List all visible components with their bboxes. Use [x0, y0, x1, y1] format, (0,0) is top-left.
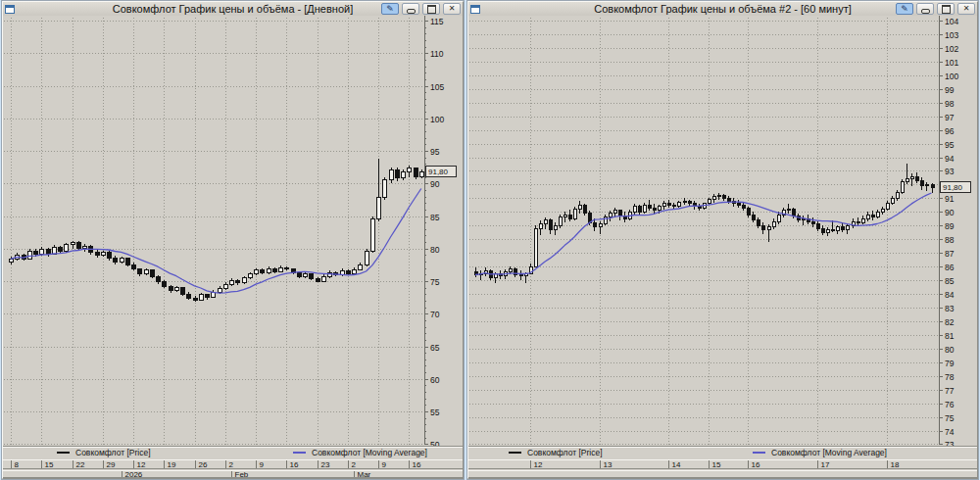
- link-tool-button[interactable]: ✎: [896, 3, 913, 15]
- svg-text:15: 15: [45, 460, 54, 469]
- svg-text:Feb: Feb: [235, 470, 249, 479]
- price-series-dash: [509, 452, 521, 454]
- ma-series-label: Совкомфлот [Moving Average]: [771, 447, 887, 458]
- chart-window-60min: Совкомфлот График цены и объёма #2 - [60…: [467, 1, 978, 479]
- svg-text:90: 90: [430, 179, 440, 189]
- svg-text:82: 82: [945, 317, 955, 327]
- svg-text:16: 16: [290, 460, 299, 469]
- svg-text:75: 75: [945, 413, 955, 423]
- svg-text:70: 70: [430, 310, 440, 319]
- svg-text:115: 115: [430, 17, 444, 26]
- svg-text:77: 77: [945, 386, 955, 396]
- ma-series-dash: [293, 452, 306, 454]
- minimize-icon: [921, 9, 930, 14]
- pen-icon: ✎: [901, 5, 908, 14]
- svg-text:87: 87: [945, 249, 955, 259]
- close-icon: ✕: [449, 5, 456, 13]
- svg-text:19: 19: [168, 460, 176, 469]
- svg-text:93: 93: [945, 167, 955, 176]
- svg-text:95: 95: [430, 147, 440, 157]
- svg-text:100: 100: [430, 115, 444, 124]
- titlebar-60min[interactable]: Совкомфлот График цены и объёма #2 - [60…: [468, 2, 977, 17]
- svg-text:91,80: 91,80: [428, 168, 449, 176]
- price-series-label: Совкомфлот [Price]: [527, 447, 603, 458]
- restore-button[interactable]: [937, 3, 955, 15]
- ma-series-dash: [753, 452, 765, 454]
- titlebar-daily[interactable]: Совкомфлот График цены и объёма - [Дневн…: [3, 2, 463, 17]
- svg-text:65: 65: [430, 343, 440, 353]
- svg-text:8: 8: [15, 460, 20, 469]
- svg-text:105: 105: [430, 82, 444, 92]
- svg-text:17: 17: [821, 460, 830, 469]
- svg-text:74: 74: [945, 427, 955, 437]
- window-icon: [470, 5, 480, 14]
- svg-text:97: 97: [945, 113, 955, 122]
- svg-text:60: 60: [430, 375, 440, 385]
- restore-button[interactable]: [422, 3, 440, 15]
- svg-text:80: 80: [945, 345, 955, 355]
- svg-text:96: 96: [945, 126, 955, 136]
- svg-text:98: 98: [945, 99, 955, 109]
- svg-text:102: 102: [945, 44, 958, 54]
- svg-text:22: 22: [76, 460, 85, 469]
- svg-text:91: 91: [945, 194, 955, 204]
- svg-text:12: 12: [137, 460, 146, 469]
- price-series-dash: [57, 452, 70, 454]
- link-tool-button[interactable]: ✎: [381, 3, 399, 15]
- restore-icon: [942, 5, 951, 14]
- svg-text:13: 13: [604, 460, 612, 469]
- ma-series-label: Совкомфлот [Moving Average]: [312, 447, 427, 458]
- candlestick-chart-60min[interactable]: 1041031021011009998979695949392919089888…: [468, 16, 977, 478]
- svg-text:101: 101: [945, 58, 958, 68]
- minimize-icon: [407, 9, 416, 14]
- chart-legend: Совкомфлот [Price] Совкомфлот [Moving Av…: [3, 447, 463, 458]
- svg-text:9: 9: [382, 460, 387, 469]
- svg-text:86: 86: [945, 263, 955, 272]
- minimize-button[interactable]: [402, 3, 419, 15]
- svg-text:100: 100: [945, 72, 958, 81]
- pen-icon: ✎: [386, 5, 394, 14]
- close-button[interactable]: ✕: [957, 3, 975, 15]
- svg-text:75: 75: [430, 277, 440, 287]
- svg-text:83: 83: [945, 304, 955, 313]
- chart-window-daily: Совкомфлот График цены и объёма - [Дневн…: [2, 1, 464, 479]
- svg-text:81: 81: [945, 331, 955, 341]
- svg-text:23: 23: [321, 460, 330, 469]
- svg-text:55: 55: [430, 408, 440, 417]
- restore-icon: [427, 5, 436, 14]
- svg-text:99: 99: [945, 85, 955, 95]
- svg-text:26: 26: [199, 460, 208, 469]
- svg-text:79: 79: [945, 359, 955, 368]
- svg-text:9: 9: [260, 460, 265, 469]
- svg-text:110: 110: [430, 49, 444, 59]
- chart-legend: Совкомфлот [Price] Совкомфлот [Moving Av…: [468, 447, 977, 458]
- svg-text:88: 88: [945, 235, 955, 245]
- svg-text:76: 76: [945, 400, 955, 409]
- svg-text:18: 18: [891, 460, 900, 469]
- svg-text:104: 104: [945, 17, 958, 26]
- candlestick-chart-daily[interactable]: 1151101051009590858075706560555081522291…: [3, 16, 463, 478]
- svg-text:85: 85: [945, 276, 955, 286]
- svg-text:89: 89: [945, 221, 955, 231]
- minimize-button[interactable]: [916, 3, 934, 15]
- svg-text:15: 15: [712, 460, 721, 469]
- svg-text:80: 80: [430, 245, 440, 255]
- svg-text:90: 90: [945, 208, 955, 217]
- svg-text:95: 95: [945, 140, 955, 150]
- svg-text:Mar: Mar: [358, 470, 371, 479]
- mdi-workspace: Совкомфлот График цены и объёма - [Дневн…: [0, 0, 980, 480]
- window-icon: [5, 5, 15, 14]
- svg-text:2026: 2026: [125, 470, 143, 479]
- price-series-label: Совкомфлот [Price]: [75, 447, 151, 458]
- svg-text:85: 85: [430, 213, 440, 222]
- svg-text:94: 94: [945, 154, 955, 164]
- svg-text:12: 12: [534, 460, 543, 469]
- svg-text:14: 14: [672, 460, 681, 469]
- svg-text:78: 78: [945, 372, 955, 382]
- svg-text:29: 29: [107, 460, 116, 469]
- svg-text:2: 2: [352, 460, 357, 469]
- svg-text:2: 2: [229, 460, 234, 469]
- svg-text:103: 103: [945, 30, 958, 40]
- svg-text:84: 84: [945, 290, 955, 300]
- close-button[interactable]: ✕: [443, 3, 461, 15]
